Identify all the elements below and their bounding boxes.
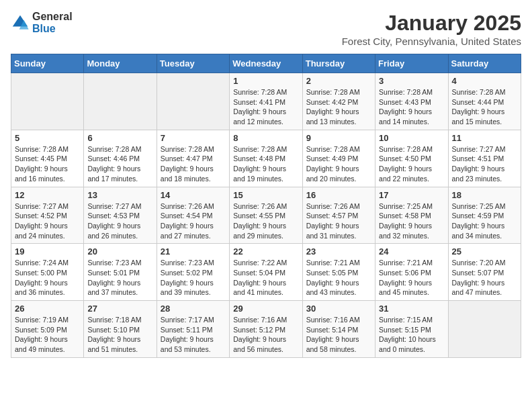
day-number: 1 bbox=[233, 76, 298, 86]
calendar-cell: 22Sunrise: 7:22 AM Sunset: 5:04 PM Dayli… bbox=[230, 244, 302, 301]
calendar-cell: 4Sunrise: 7:28 AM Sunset: 4:44 PM Daylig… bbox=[448, 73, 521, 130]
day-info: Sunrise: 7:28 AM Sunset: 4:42 PM Dayligh… bbox=[306, 87, 371, 127]
day-number: 14 bbox=[161, 190, 226, 200]
day-info: Sunrise: 7:21 AM Sunset: 5:05 PM Dayligh… bbox=[306, 258, 371, 298]
day-info: Sunrise: 7:25 AM Sunset: 4:59 PM Dayligh… bbox=[452, 201, 517, 241]
calendar-cell: 30Sunrise: 7:16 AM Sunset: 5:14 PM Dayli… bbox=[302, 301, 375, 358]
day-number: 18 bbox=[452, 190, 517, 200]
day-info: Sunrise: 7:17 AM Sunset: 5:11 PM Dayligh… bbox=[161, 315, 226, 355]
day-info: Sunrise: 7:25 AM Sunset: 4:58 PM Dayligh… bbox=[379, 201, 444, 241]
calendar-week-row: 26Sunrise: 7:19 AM Sunset: 5:09 PM Dayli… bbox=[11, 301, 521, 358]
calendar-cell: 21Sunrise: 7:23 AM Sunset: 5:02 PM Dayli… bbox=[157, 244, 229, 301]
day-info: Sunrise: 7:19 AM Sunset: 5:09 PM Dayligh… bbox=[15, 315, 80, 355]
calendar-cell bbox=[448, 301, 521, 358]
calendar-cell: 13Sunrise: 7:27 AM Sunset: 4:53 PM Dayli… bbox=[84, 187, 157, 244]
day-number: 13 bbox=[87, 190, 152, 200]
calendar-cell: 27Sunrise: 7:18 AM Sunset: 5:10 PM Dayli… bbox=[84, 301, 157, 358]
calendar-cell bbox=[157, 73, 229, 130]
calendar-cell: 11Sunrise: 7:27 AM Sunset: 4:51 PM Dayli… bbox=[448, 130, 521, 187]
calendar-cell: 24Sunrise: 7:21 AM Sunset: 5:06 PM Dayli… bbox=[375, 244, 448, 301]
day-number: 16 bbox=[306, 190, 371, 200]
calendar-cell: 20Sunrise: 7:23 AM Sunset: 5:01 PM Dayli… bbox=[84, 244, 157, 301]
calendar-cell: 2Sunrise: 7:28 AM Sunset: 4:42 PM Daylig… bbox=[302, 73, 375, 130]
day-info: Sunrise: 7:27 AM Sunset: 4:51 PM Dayligh… bbox=[452, 144, 517, 184]
day-info: Sunrise: 7:28 AM Sunset: 4:49 PM Dayligh… bbox=[306, 144, 371, 184]
calendar-cell bbox=[84, 73, 157, 130]
day-number: 5 bbox=[15, 133, 80, 143]
day-number: 23 bbox=[306, 246, 371, 257]
day-number: 4 bbox=[452, 76, 517, 86]
day-number: 26 bbox=[15, 304, 80, 314]
day-number: 28 bbox=[161, 304, 226, 314]
calendar-cell: 9Sunrise: 7:28 AM Sunset: 4:49 PM Daylig… bbox=[302, 130, 375, 187]
day-number: 20 bbox=[87, 246, 152, 257]
day-info: Sunrise: 7:16 AM Sunset: 5:14 PM Dayligh… bbox=[306, 315, 371, 355]
day-info: Sunrise: 7:15 AM Sunset: 5:15 PM Dayligh… bbox=[379, 315, 444, 355]
weekday-header: Friday bbox=[375, 54, 448, 73]
day-info: Sunrise: 7:28 AM Sunset: 4:50 PM Dayligh… bbox=[379, 144, 444, 184]
weekday-header: Thursday bbox=[302, 54, 375, 73]
day-number: 15 bbox=[233, 190, 298, 200]
day-info: Sunrise: 7:21 AM Sunset: 5:06 PM Dayligh… bbox=[379, 258, 444, 298]
calendar-cell: 16Sunrise: 7:26 AM Sunset: 4:57 PM Dayli… bbox=[302, 187, 375, 244]
calendar-cell: 5Sunrise: 7:28 AM Sunset: 4:45 PM Daylig… bbox=[11, 130, 84, 187]
logo-general: General bbox=[32, 11, 73, 23]
calendar-cell: 8Sunrise: 7:28 AM Sunset: 4:48 PM Daylig… bbox=[230, 130, 302, 187]
day-info: Sunrise: 7:26 AM Sunset: 4:57 PM Dayligh… bbox=[306, 201, 371, 241]
day-info: Sunrise: 7:28 AM Sunset: 4:48 PM Dayligh… bbox=[233, 144, 298, 184]
day-number: 12 bbox=[15, 190, 80, 200]
day-info: Sunrise: 7:23 AM Sunset: 5:01 PM Dayligh… bbox=[87, 258, 152, 298]
calendar-cell: 25Sunrise: 7:20 AM Sunset: 5:07 PM Dayli… bbox=[448, 244, 521, 301]
day-info: Sunrise: 7:26 AM Sunset: 4:55 PM Dayligh… bbox=[233, 201, 298, 241]
calendar-cell: 28Sunrise: 7:17 AM Sunset: 5:11 PM Dayli… bbox=[157, 301, 229, 358]
day-number: 21 bbox=[161, 246, 226, 257]
weekday-header: Wednesday bbox=[230, 54, 302, 73]
title-area: January 2025 Forest City, Pennsylvania, … bbox=[342, 11, 521, 47]
day-info: Sunrise: 7:28 AM Sunset: 4:41 PM Dayligh… bbox=[233, 87, 298, 127]
day-number: 10 bbox=[379, 133, 444, 143]
month-title: January 2025 bbox=[342, 11, 521, 36]
day-number: 8 bbox=[233, 133, 298, 143]
weekday-header: Monday bbox=[84, 54, 157, 73]
day-number: 11 bbox=[452, 133, 517, 143]
day-number: 6 bbox=[87, 133, 152, 143]
day-number: 31 bbox=[379, 304, 444, 314]
day-number: 2 bbox=[306, 76, 371, 86]
day-number: 3 bbox=[379, 76, 444, 86]
calendar-cell: 14Sunrise: 7:26 AM Sunset: 4:54 PM Dayli… bbox=[157, 187, 229, 244]
logo: General Blue bbox=[11, 11, 73, 34]
day-info: Sunrise: 7:28 AM Sunset: 4:45 PM Dayligh… bbox=[15, 144, 80, 184]
calendar-cell: 26Sunrise: 7:19 AM Sunset: 5:09 PM Dayli… bbox=[11, 301, 84, 358]
calendar-cell: 29Sunrise: 7:16 AM Sunset: 5:12 PM Dayli… bbox=[230, 301, 302, 358]
day-number: 24 bbox=[379, 246, 444, 257]
calendar-week-row: 1Sunrise: 7:28 AM Sunset: 4:41 PM Daylig… bbox=[11, 73, 521, 130]
weekday-header: Saturday bbox=[448, 54, 521, 73]
day-number: 17 bbox=[379, 190, 444, 200]
day-number: 9 bbox=[306, 133, 371, 143]
day-number: 29 bbox=[233, 304, 298, 314]
calendar-week-row: 5Sunrise: 7:28 AM Sunset: 4:45 PM Daylig… bbox=[11, 130, 521, 187]
logo-icon bbox=[11, 13, 30, 32]
calendar-table: SundayMondayTuesdayWednesdayThursdayFrid… bbox=[11, 54, 521, 358]
calendar-cell: 1Sunrise: 7:28 AM Sunset: 4:41 PM Daylig… bbox=[230, 73, 302, 130]
day-info: Sunrise: 7:24 AM Sunset: 5:00 PM Dayligh… bbox=[15, 258, 80, 298]
calendar-week-row: 12Sunrise: 7:27 AM Sunset: 4:52 PM Dayli… bbox=[11, 187, 521, 244]
calendar-cell: 19Sunrise: 7:24 AM Sunset: 5:00 PM Dayli… bbox=[11, 244, 84, 301]
page-header: General Blue January 2025 Forest City, P… bbox=[11, 11, 521, 47]
day-info: Sunrise: 7:22 AM Sunset: 5:04 PM Dayligh… bbox=[233, 258, 298, 298]
day-number: 7 bbox=[161, 133, 226, 143]
day-number: 25 bbox=[452, 246, 517, 257]
calendar-cell: 18Sunrise: 7:25 AM Sunset: 4:59 PM Dayli… bbox=[448, 187, 521, 244]
calendar-cell: 17Sunrise: 7:25 AM Sunset: 4:58 PM Dayli… bbox=[375, 187, 448, 244]
day-info: Sunrise: 7:28 AM Sunset: 4:44 PM Dayligh… bbox=[452, 87, 517, 127]
day-info: Sunrise: 7:26 AM Sunset: 4:54 PM Dayligh… bbox=[161, 201, 226, 241]
day-info: Sunrise: 7:28 AM Sunset: 4:47 PM Dayligh… bbox=[161, 144, 226, 184]
day-number: 22 bbox=[233, 246, 298, 257]
weekday-header-row: SundayMondayTuesdayWednesdayThursdayFrid… bbox=[11, 54, 521, 73]
day-number: 27 bbox=[87, 304, 152, 314]
calendar-cell: 7Sunrise: 7:28 AM Sunset: 4:47 PM Daylig… bbox=[157, 130, 229, 187]
day-info: Sunrise: 7:27 AM Sunset: 4:52 PM Dayligh… bbox=[15, 201, 80, 241]
day-info: Sunrise: 7:18 AM Sunset: 5:10 PM Dayligh… bbox=[87, 315, 152, 355]
calendar-cell: 12Sunrise: 7:27 AM Sunset: 4:52 PM Dayli… bbox=[11, 187, 84, 244]
calendar-cell: 10Sunrise: 7:28 AM Sunset: 4:50 PM Dayli… bbox=[375, 130, 448, 187]
